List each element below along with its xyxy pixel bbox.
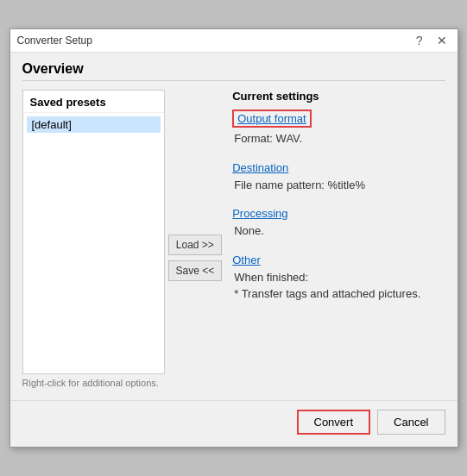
- destination-detail: File name pattern: %title%: [232, 177, 445, 194]
- current-settings-label: Current settings: [232, 90, 445, 103]
- presets-list: [default]: [23, 113, 164, 373]
- dialog-footer: Convert Cancel: [10, 400, 458, 447]
- cancel-button[interactable]: Cancel: [377, 410, 445, 435]
- saved-presets-label: Saved presets: [23, 91, 164, 113]
- output-format-section: Output format Format: WAV.: [232, 110, 445, 147]
- list-item[interactable]: [default]: [27, 116, 161, 133]
- title-bar-right: ? ✕: [413, 34, 451, 47]
- save-button[interactable]: Save <<: [168, 260, 223, 281]
- window-title: Converter Setup: [17, 34, 92, 47]
- overview-title: Overview: [22, 61, 445, 81]
- current-settings-panel: Current settings Output format Format: W…: [225, 90, 445, 374]
- other-section: Other When finished:* Transfer tags and …: [232, 254, 445, 303]
- close-button[interactable]: ✕: [433, 34, 451, 47]
- right-click-hint: Right-click for additional options.: [22, 374, 445, 388]
- dialog-body: Overview Saved presets [default] Load >>…: [10, 53, 458, 400]
- destination-link[interactable]: Destination: [232, 161, 288, 174]
- middle-buttons: Load >> Save <<: [165, 141, 226, 374]
- help-button[interactable]: ?: [413, 34, 426, 47]
- load-button[interactable]: Load >>: [168, 235, 222, 255]
- converter-setup-dialog: Converter Setup ? ✕ Overview Saved prese…: [9, 28, 458, 448]
- saved-presets-panel: Saved presets [default]: [22, 90, 165, 374]
- output-format-link[interactable]: Output format: [232, 110, 311, 128]
- processing-section: Processing None.: [232, 207, 445, 240]
- processing-detail: None.: [232, 222, 445, 240]
- title-bar: Converter Setup ? ✕: [10, 29, 458, 53]
- title-bar-left: Converter Setup: [17, 34, 92, 47]
- output-format-detail: Format: WAV.: [232, 130, 445, 147]
- other-link[interactable]: Other: [232, 254, 261, 266]
- destination-section: Destination File name pattern: %title%: [232, 161, 445, 194]
- convert-button[interactable]: Convert: [297, 410, 371, 435]
- processing-link[interactable]: Processing: [232, 207, 287, 220]
- other-detail: When finished:* Transfer tags and attach…: [232, 269, 445, 303]
- main-area: Saved presets [default] Load >> Save << …: [22, 90, 445, 374]
